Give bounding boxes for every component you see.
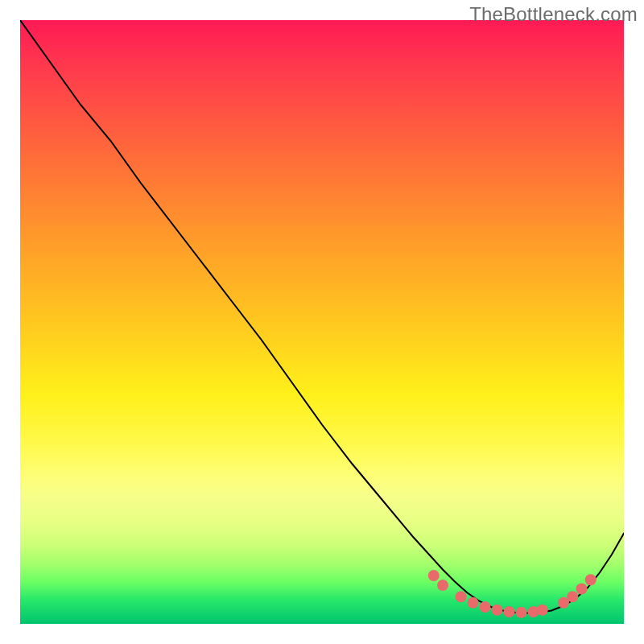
chart-container: TheBottleneck.com (0, 0, 644, 644)
optimal-band-dots (20, 20, 624, 624)
dots-group (428, 570, 597, 618)
optimal-dot (468, 597, 479, 609)
optimal-dot (504, 606, 515, 617)
optimal-dot (585, 574, 597, 585)
optimal-dot (516, 607, 527, 618)
optimal-dot (492, 605, 503, 616)
optimal-dot (428, 570, 440, 581)
optimal-dot (437, 580, 448, 591)
optimal-dot (480, 601, 491, 613)
optimal-dot (456, 591, 467, 602)
optimal-dot (537, 605, 548, 616)
plot-area (20, 20, 624, 624)
watermark-text: TheBottleneck.com (469, 3, 638, 26)
optimal-dot (576, 584, 588, 595)
optimal-dot (567, 591, 578, 602)
